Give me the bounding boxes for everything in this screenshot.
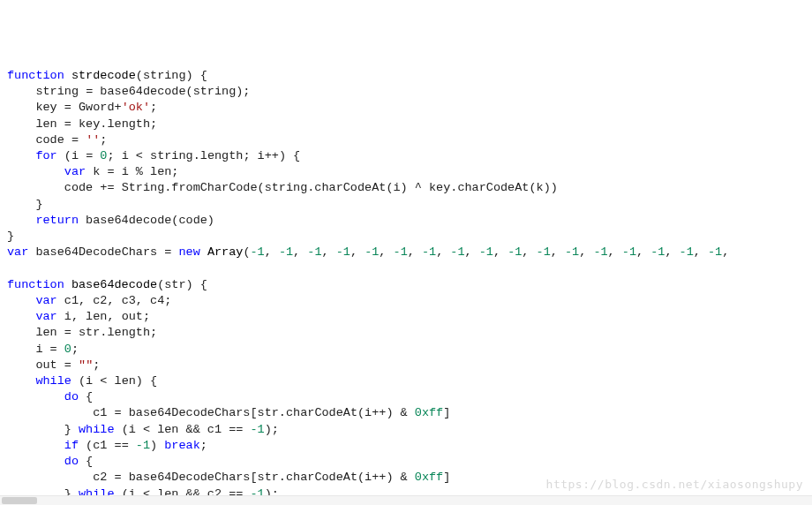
horizontal-scrollbar-thumb[interactable] bbox=[2, 497, 37, 504]
code-block: function strdecode(string) { string = ba… bbox=[7, 68, 805, 505]
horizontal-scrollbar[interactable] bbox=[0, 495, 812, 505]
